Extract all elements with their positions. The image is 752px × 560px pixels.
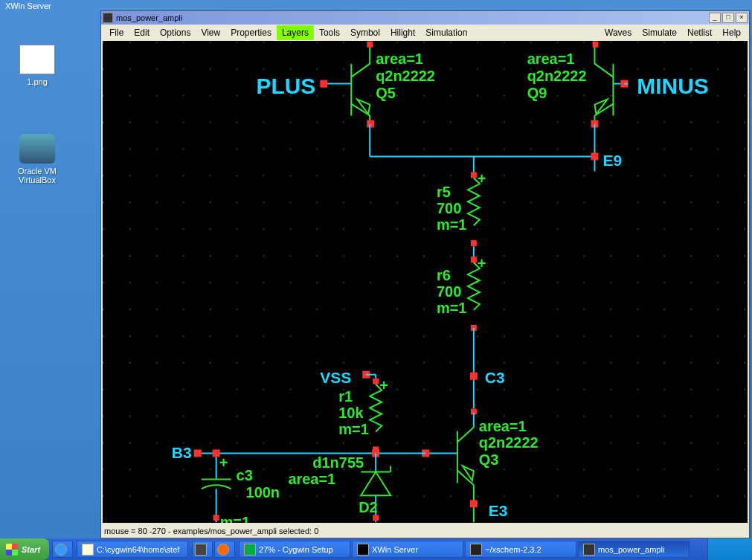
svg-rect-19 bbox=[471, 240, 477, 246]
task-cygwin-setup[interactable]: 27% - Cygwin Setup bbox=[239, 541, 350, 558]
desktop-icon-virtualbox[interactable]: Oracle VM VirtualBox bbox=[7, 134, 67, 184]
ie-icon bbox=[55, 544, 67, 556]
q5-ref: Q5 bbox=[376, 85, 396, 101]
x-icon bbox=[357, 544, 369, 556]
ql-ie[interactable] bbox=[52, 541, 73, 558]
menu-layers[interactable]: Layers bbox=[277, 25, 314, 40]
d2-model: d1n755 bbox=[312, 454, 364, 471]
menu-view[interactable]: View bbox=[196, 25, 225, 40]
desktop-icon-label: 1.png bbox=[7, 77, 67, 86]
net-b3: B3 bbox=[172, 444, 192, 461]
statusbar: mouse = 80 -270 - examples/mos_power_amp… bbox=[101, 524, 749, 538]
menu-hilight[interactable]: Hilight bbox=[385, 25, 420, 40]
c3-ref: c3 bbox=[237, 467, 253, 483]
c3-val: 100n bbox=[246, 484, 280, 501]
q5-model: q2n2222 bbox=[376, 68, 435, 84]
net-vss: VSS bbox=[320, 369, 351, 386]
task-xschem-dir[interactable]: ~/xschem-2.3.2 bbox=[465, 541, 576, 558]
c3-m: m=1 bbox=[220, 514, 250, 523]
menu-file[interactable]: File bbox=[104, 25, 129, 40]
xwin-server-title: XWin Server bbox=[2, 0, 54, 12]
cygwin-icon bbox=[244, 544, 256, 556]
status-text: mouse = 80 -270 - examples/mos_power_amp… bbox=[104, 527, 318, 535]
net-c3: C3 bbox=[485, 369, 505, 386]
xschem-icon bbox=[583, 544, 595, 556]
r5-ref: r5 bbox=[437, 184, 451, 200]
menu-simulation[interactable]: Simulation bbox=[420, 25, 472, 40]
svg-text:+: + bbox=[219, 454, 228, 471]
svg-rect-20 bbox=[471, 257, 477, 263]
menubar: File Edit Options View Properties Layers… bbox=[101, 25, 749, 41]
app-icon bbox=[103, 13, 113, 23]
d2-area: area=1 bbox=[288, 471, 335, 487]
svg-rect-17 bbox=[471, 172, 477, 178]
window-title: mos_power_ampli bbox=[116, 13, 707, 22]
r5-m: m=1 bbox=[437, 216, 466, 233]
net-plus: PLUS bbox=[257, 74, 316, 98]
terminal-icon bbox=[470, 544, 482, 556]
taskbar: Start C:\cygwin64\home\stef 27% - Cygwin… bbox=[0, 538, 752, 560]
q3-model: q2n2222 bbox=[479, 434, 539, 451]
r6-val: 700 bbox=[437, 283, 461, 300]
maximize-button[interactable]: □ bbox=[722, 13, 734, 23]
titlebar[interactable]: mos_power_ampli _ □ × bbox=[101, 11, 749, 25]
minimize-button[interactable]: _ bbox=[709, 13, 721, 23]
r1-m: m=1 bbox=[338, 421, 368, 437]
r6-ref: r6 bbox=[437, 267, 451, 283]
folder-icon bbox=[82, 544, 94, 556]
menu-options[interactable]: Options bbox=[155, 25, 196, 40]
task-xwin[interactable]: XWin Server bbox=[352, 541, 463, 558]
desktop-icon-label: Oracle VM VirtualBox bbox=[7, 167, 67, 184]
close-button[interactable]: × bbox=[736, 13, 748, 23]
r1-ref: r1 bbox=[338, 388, 353, 405]
menu-properties[interactable]: Properties bbox=[225, 25, 277, 40]
quick-launch bbox=[51, 541, 74, 558]
net-e3: E3 bbox=[489, 502, 508, 519]
net-e9: E9 bbox=[602, 152, 622, 169]
task-explorer[interactable]: C:\cygwin64\home\stef bbox=[77, 541, 188, 558]
svg-rect-46 bbox=[213, 515, 219, 521]
task-mos-power-ampli[interactable]: mos_power_ampli bbox=[578, 541, 690, 558]
virtualbox-icon bbox=[19, 134, 55, 164]
svg-rect-38 bbox=[194, 449, 202, 457]
menu-symbol[interactable]: Symbol bbox=[345, 25, 385, 40]
q3-area: area=1 bbox=[479, 418, 527, 434]
q9-ref: Q9 bbox=[527, 85, 547, 101]
r6-m: m=1 bbox=[437, 300, 466, 316]
svg-rect-15 bbox=[591, 152, 598, 160]
svg-rect-25 bbox=[470, 373, 478, 380]
r5-val: 700 bbox=[437, 200, 461, 216]
q3-ref: Q3 bbox=[479, 451, 499, 468]
svg-rect-52 bbox=[373, 515, 379, 521]
q9-model: q2n2222 bbox=[527, 68, 587, 84]
menu-netlist[interactable]: Netlist bbox=[682, 25, 717, 40]
menu-help[interactable]: Help bbox=[717, 25, 746, 40]
image-file-icon bbox=[19, 45, 55, 74]
xschem-window: mos_power_ampli _ □ × File Edit Options … bbox=[100, 10, 750, 538]
svg-rect-31 bbox=[470, 500, 478, 507]
d2-ref: D2 bbox=[359, 499, 378, 515]
svg-rect-33 bbox=[373, 379, 379, 384]
firefox-icon bbox=[217, 544, 229, 556]
app-icon bbox=[195, 544, 207, 556]
menu-waves[interactable]: Waves bbox=[600, 25, 637, 40]
start-label: Start bbox=[22, 545, 40, 554]
net-minus: MINUS bbox=[637, 74, 708, 98]
ql-app1[interactable] bbox=[192, 541, 213, 558]
windows-icon bbox=[6, 544, 18, 556]
svg-rect-10 bbox=[592, 42, 598, 48]
schematic-svg: area=1 q2n2222 Q5 PLUS area=1 q2n2222 Q9… bbox=[103, 41, 748, 523]
menu-simulate[interactable]: Simulate bbox=[637, 25, 682, 40]
desktop-icon-1png[interactable]: 1.png bbox=[7, 45, 67, 86]
system-tray[interactable] bbox=[707, 538, 752, 560]
q9-area: area=1 bbox=[527, 51, 575, 67]
schematic-canvas[interactable]: area=1 q2n2222 Q5 PLUS area=1 q2n2222 Q9… bbox=[103, 41, 748, 523]
menu-edit[interactable]: Edit bbox=[129, 25, 155, 40]
ql-firefox[interactable] bbox=[214, 541, 235, 558]
menu-tools[interactable]: Tools bbox=[314, 25, 345, 40]
svg-rect-5 bbox=[367, 42, 373, 48]
q5-area: area=1 bbox=[376, 51, 423, 67]
start-button[interactable]: Start bbox=[0, 538, 49, 560]
r1-val: 10k bbox=[338, 405, 364, 421]
svg-rect-3 bbox=[320, 80, 327, 88]
